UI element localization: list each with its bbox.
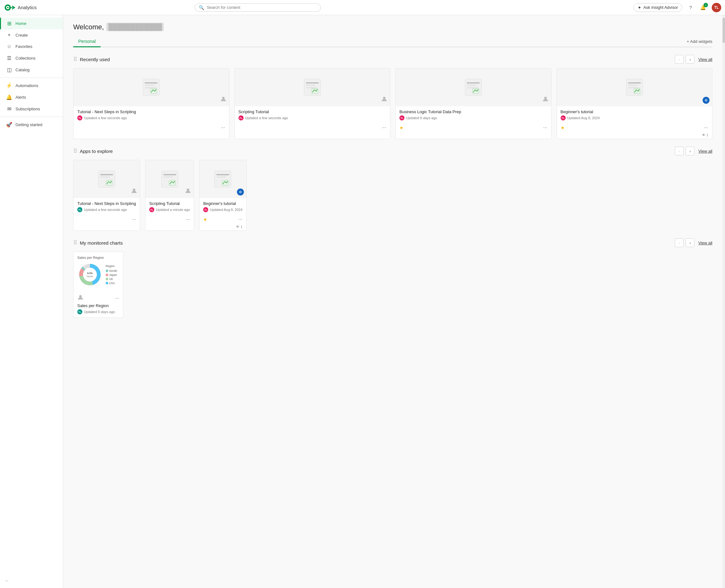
sidebar-item-favorites[interactable]: ☆ Favorites bbox=[0, 41, 63, 52]
search-input[interactable] bbox=[207, 5, 317, 10]
svg-rect-20 bbox=[467, 85, 477, 86]
card-menu-button[interactable]: ··· bbox=[238, 216, 242, 222]
view-all-recently-used[interactable]: View all bbox=[698, 57, 712, 62]
automations-icon: ⚡ bbox=[6, 83, 12, 89]
card-meta: TL Updated 6 days ago bbox=[399, 115, 547, 121]
card-preview bbox=[199, 160, 246, 198]
card-star-button[interactable]: ★ bbox=[399, 125, 404, 130]
help-button[interactable]: ? bbox=[686, 3, 695, 12]
card-title: Scripting Tutorial bbox=[239, 109, 386, 114]
sidebar-item-catalog[interactable]: ◫ Catalog bbox=[0, 64, 63, 76]
card-star-button[interactable]: ★ bbox=[561, 125, 565, 130]
table-row[interactable]: Beginner's tutorial TL Updated Aug 8, 20… bbox=[199, 160, 246, 231]
prev-arrow-recently-used[interactable]: ‹ bbox=[675, 55, 684, 64]
sidebar-collapse-button[interactable]: ← bbox=[0, 576, 63, 588]
create-icon: + bbox=[6, 32, 12, 38]
prev-arrow-monitored-charts[interactable]: ‹ bbox=[675, 238, 684, 247]
card-menu-button[interactable]: ··· bbox=[132, 216, 136, 222]
card-body: Business Logic Tutorial Data Prep TL Upd… bbox=[396, 106, 551, 124]
getting-started-icon: 🚀 bbox=[6, 122, 12, 128]
prev-arrow-apps-to-explore[interactable]: ‹ bbox=[675, 147, 684, 155]
card-star-button[interactable]: ★ bbox=[203, 217, 207, 222]
avatar[interactable]: TL bbox=[712, 3, 721, 12]
card-menu-button[interactable]: ··· bbox=[704, 125, 708, 130]
sidebar-item-automations[interactable]: ⚡ Automations bbox=[0, 80, 63, 91]
table-row[interactable]: Scripting Tutorial TL Updated a minute a… bbox=[145, 160, 194, 231]
collapse-icon: ← bbox=[5, 578, 9, 583]
svg-rect-42 bbox=[217, 174, 229, 175]
table-row[interactable]: Business Logic Tutorial Data Prep TL Upd… bbox=[395, 68, 551, 139]
recently-used-cards: Tutorial - Next Steps in Scripting TL Up… bbox=[73, 68, 712, 139]
legend-dot-usa bbox=[106, 282, 108, 285]
user-thumbnail-icon bbox=[381, 96, 387, 104]
card-preview bbox=[557, 68, 712, 106]
section-header-monitored-charts: ⠿ My monitored charts ‹ › View all bbox=[73, 238, 712, 247]
sidebar-nav: ⊞ Home + Create ☆ Favorites ☰ Collection… bbox=[0, 15, 63, 133]
sidebar-item-subscriptions[interactable]: ✉ Subscriptions bbox=[0, 103, 63, 115]
svg-point-17 bbox=[383, 97, 385, 99]
blue-badge-icon bbox=[237, 189, 244, 195]
user-thumbnail-icon bbox=[77, 294, 115, 302]
table-row[interactable]: Beginner's tutorial TL Updated Aug 8, 20… bbox=[557, 68, 713, 139]
card-menu-button[interactable]: ··· bbox=[543, 125, 547, 130]
table-row[interactable]: Sales per Region bbox=[73, 252, 123, 318]
card-avatar: TL bbox=[77, 309, 82, 314]
user-thumbnail-icon bbox=[131, 188, 137, 195]
svg-rect-15 bbox=[306, 87, 317, 88]
section-title-apps-to-explore: Apps to explore bbox=[80, 148, 113, 154]
card-meta: TL Updated Aug 8, 2024 bbox=[203, 207, 242, 212]
tab-personal[interactable]: Personal bbox=[73, 36, 101, 47]
card-avatar: TL bbox=[149, 207, 154, 212]
section-title-monitored-charts: My monitored charts bbox=[80, 240, 123, 246]
card-avatar: TL bbox=[203, 207, 208, 212]
sidebar-item-getting-started[interactable]: 🚀 Getting started bbox=[0, 119, 63, 130]
scrollbar[interactable] bbox=[723, 15, 725, 588]
card-menu-button[interactable]: ··· bbox=[221, 125, 225, 130]
svg-rect-37 bbox=[163, 174, 176, 175]
card-footer: ★ ··· bbox=[557, 124, 712, 133]
card-preview bbox=[74, 68, 229, 106]
top-bar-left: Analytics bbox=[4, 4, 37, 12]
next-arrow-monitored-charts[interactable]: › bbox=[686, 238, 694, 247]
notifications-button[interactable]: 🔔 1 bbox=[699, 3, 707, 12]
svg-text:3.3%: 3.3% bbox=[87, 272, 93, 275]
view-all-apps-to-explore[interactable]: View all bbox=[698, 149, 712, 153]
svg-point-35 bbox=[133, 189, 135, 191]
card-menu-button[interactable]: ··· bbox=[382, 125, 386, 130]
page-content: Welcome, ████████████ Personal + Add wid… bbox=[63, 15, 723, 338]
card-footer: ★ ··· bbox=[396, 124, 551, 133]
table-row[interactable]: Tutorial - Next Steps in Scripting TL Up… bbox=[73, 160, 140, 231]
insight-icon: ✦ bbox=[638, 5, 641, 10]
section-header-recently-used: ⠿ Recently used ‹ › View all bbox=[73, 55, 712, 64]
home-icon: ⊞ bbox=[6, 21, 12, 26]
user-thumbnail-icon bbox=[542, 96, 549, 104]
insight-advisor-button[interactable]: ✦ Ask Insight Advisor bbox=[633, 3, 682, 12]
welcome-heading: Welcome, ████████████ bbox=[73, 23, 712, 31]
app-shell: Analytics 🔍 ✦ Ask Insight Advisor ? 🔔 1 … bbox=[0, 0, 725, 588]
sidebar-item-collections[interactable]: ☰ Collections bbox=[0, 52, 63, 64]
notification-badge: 1 bbox=[704, 3, 708, 7]
sidebar-item-home[interactable]: ⊞ Home bbox=[0, 18, 63, 29]
legend-item: Nordic bbox=[106, 269, 117, 272]
search-bar[interactable]: 🔍 bbox=[195, 3, 321, 12]
sidebar-divider-2 bbox=[0, 117, 63, 117]
table-row[interactable]: Tutorial - Next Steps in Scripting TL Up… bbox=[73, 68, 229, 139]
add-widgets-button[interactable]: + Add widgets bbox=[687, 39, 712, 44]
favorites-icon: ☆ bbox=[6, 43, 12, 49]
scrollbar-thumb[interactable] bbox=[723, 18, 725, 43]
card-body: Tutorial - Next Steps in Scripting TL Up… bbox=[74, 106, 229, 124]
svg-rect-19 bbox=[467, 82, 480, 84]
next-arrow-recently-used[interactable]: › bbox=[686, 55, 694, 64]
table-row[interactable]: Scripting Tutorial TL Updated a few seco… bbox=[235, 68, 390, 139]
sidebar-item-alerts[interactable]: 🔔 Alerts bbox=[0, 91, 63, 103]
next-arrow-apps-to-explore[interactable]: › bbox=[686, 147, 694, 155]
chart-legend: Region Nordic Japan bbox=[106, 265, 117, 285]
card-views: 👁 1 bbox=[557, 133, 712, 139]
view-all-monitored-charts[interactable]: View all bbox=[698, 240, 712, 245]
top-bar-right: ✦ Ask Insight Advisor ? 🔔 1 TL bbox=[633, 3, 721, 12]
app-thumbnail-icon bbox=[625, 78, 644, 97]
card-views: 👁 1 bbox=[199, 225, 246, 230]
card-menu-button[interactable]: ··· bbox=[115, 295, 119, 301]
card-menu-button[interactable]: ··· bbox=[186, 216, 190, 222]
sidebar-item-create[interactable]: + Create bbox=[0, 29, 63, 41]
